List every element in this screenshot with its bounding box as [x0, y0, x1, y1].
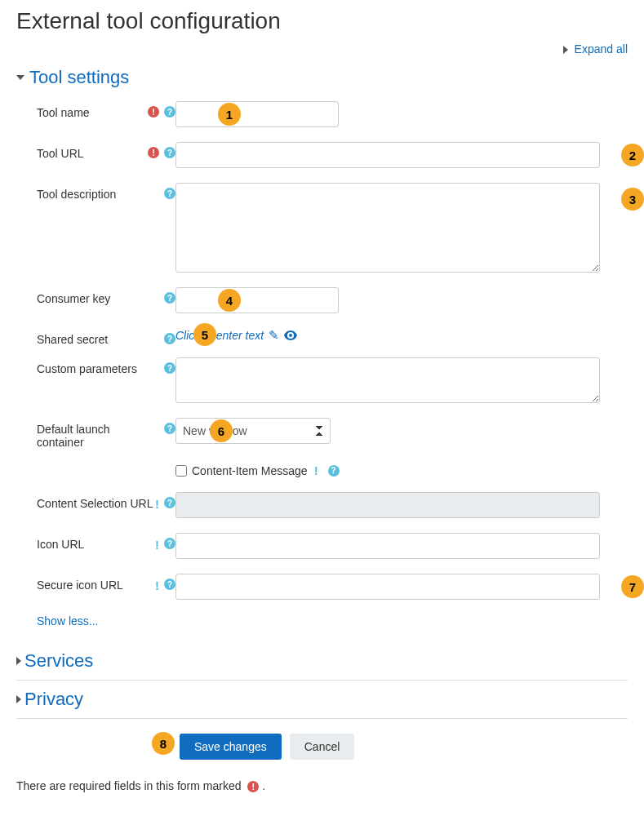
section-tool-settings-header[interactable]: Tool settings: [16, 62, 628, 93]
field-consumer-key: Consumer key ? 4: [37, 287, 628, 313]
field-secure-icon-url: Secure icon URL ! ? 7: [37, 574, 628, 600]
annotation-badge-2: 2: [621, 144, 644, 166]
help-icon[interactable]: ?: [164, 188, 175, 199]
required-icon: !: [247, 781, 259, 792]
help-icon[interactable]: ?: [164, 292, 175, 304]
shared-secret-link[interactable]: Click to enter text: [175, 329, 264, 342]
section-services-header[interactable]: Services: [16, 645, 628, 681]
required-icon: !: [148, 147, 159, 158]
caret-right-icon: [563, 46, 568, 54]
tool-name-input[interactable]: [175, 101, 339, 127]
help-icon[interactable]: ?: [164, 579, 175, 590]
field-content-selection-url: Content Selection URL ! ?: [37, 492, 628, 518]
icon-url-input[interactable]: [175, 533, 600, 559]
help-icon[interactable]: ?: [164, 538, 175, 549]
tool-settings-fields: Tool name ! ? 1 Tool URL ! ? 2 Tool desc…: [16, 93, 628, 641]
field-default-launch-container: Default launch container ? New window 6: [37, 418, 628, 449]
annotation-badge-7: 7: [621, 575, 644, 598]
annotation-badge-5: 5: [193, 323, 216, 346]
page-title: External tool configuration: [16, 8, 628, 34]
label-tool-url: Tool URL: [37, 147, 144, 160]
eye-icon[interactable]: [284, 329, 297, 343]
label-content-selection-url: Content Selection URL: [37, 497, 153, 510]
label-default-launch-container: Default launch container: [37, 423, 159, 449]
advanced-icon: !: [155, 579, 159, 592]
label-icon-url: Icon URL: [37, 538, 153, 551]
field-tool-description: Tool description ? 3: [37, 183, 628, 273]
annotation-badge-6: 6: [210, 419, 233, 442]
help-icon[interactable]: ?: [164, 147, 175, 158]
label-content-item-message: Content-Item Message: [192, 464, 308, 477]
content-item-message-checkbox[interactable]: [175, 465, 187, 477]
show-less-link[interactable]: Show less...: [37, 614, 98, 628]
label-shared-secret: Shared secret: [37, 333, 159, 346]
help-icon[interactable]: ?: [164, 362, 175, 374]
label-consumer-key: Consumer key: [37, 292, 159, 305]
annotation-badge-8: 8: [152, 732, 175, 755]
required-icon: !: [148, 106, 159, 118]
expand-all-label: Expand all: [575, 42, 628, 55]
label-custom-parameters: Custom parameters: [37, 362, 159, 375]
field-content-item-message: Content-Item Message ! ?: [37, 463, 628, 477]
caret-right-icon: [16, 657, 21, 665]
tool-url-input[interactable]: [175, 142, 600, 168]
custom-parameters-textarea[interactable]: [175, 357, 600, 403]
expand-all-link[interactable]: Expand all: [563, 42, 628, 55]
caret-down-icon: [16, 75, 24, 80]
tool-description-textarea[interactable]: [175, 183, 600, 273]
content-selection-url-input: [175, 492, 600, 518]
help-icon[interactable]: ?: [164, 106, 175, 118]
help-icon[interactable]: ?: [328, 465, 340, 477]
advanced-icon: !: [314, 463, 318, 477]
secure-icon-url-input[interactable]: [175, 574, 600, 600]
field-custom-parameters: Custom parameters ?: [37, 357, 628, 403]
help-icon[interactable]: ?: [164, 423, 175, 434]
field-icon-url: Icon URL ! ?: [37, 533, 628, 559]
field-tool-name: Tool name ! ? 1: [37, 101, 628, 127]
pencil-icon[interactable]: ✎: [269, 328, 279, 343]
section-privacy-header[interactable]: Privacy: [16, 684, 628, 719]
section-tool-settings-title: Tool settings: [29, 67, 129, 88]
field-shared-secret: Shared secret ? Click to enter text ✎ 5: [37, 328, 628, 346]
advanced-icon: !: [155, 538, 159, 552]
section-services-title: Services: [24, 650, 93, 672]
field-tool-url: Tool URL ! ? 2: [37, 142, 628, 168]
cancel-button[interactable]: Cancel: [290, 734, 355, 760]
caret-right-icon: [16, 695, 21, 703]
required-fields-note: There are required fields in this form m…: [16, 779, 628, 792]
save-button[interactable]: Save changes: [180, 734, 282, 760]
consumer-key-input[interactable]: [175, 287, 339, 313]
default-launch-container-select[interactable]: New window: [175, 418, 331, 444]
section-privacy-title: Privacy: [24, 689, 83, 710]
advanced-icon: !: [155, 497, 159, 511]
label-secure-icon-url: Secure icon URL: [37, 579, 153, 592]
help-icon[interactable]: ?: [164, 333, 175, 344]
annotation-badge-1: 1: [218, 103, 241, 126]
label-tool-name: Tool name: [37, 106, 144, 119]
annotation-badge-3: 3: [621, 188, 644, 211]
form-actions: 8 Save changes Cancel: [16, 722, 628, 771]
label-tool-description: Tool description: [37, 188, 159, 201]
annotation-badge-4: 4: [218, 289, 241, 312]
help-icon[interactable]: ?: [164, 497, 175, 508]
